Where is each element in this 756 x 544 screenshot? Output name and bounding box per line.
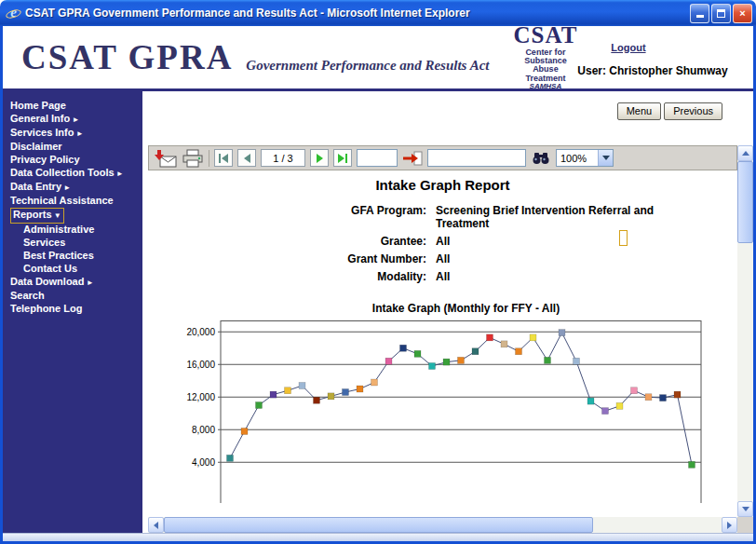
scroll-right-button[interactable] (722, 517, 737, 533)
find-text-input[interactable] (427, 149, 526, 167)
minimize-icon (696, 10, 704, 18)
brand-title: CSAT GPRA (21, 37, 233, 77)
sidebar-item-label[interactable]: Data Collection Tools (10, 167, 115, 178)
sidebar-item-data-collection-tools[interactable]: Data Collection Tools ► (10, 167, 142, 181)
sidebar-item-telephone-log[interactable]: Telephone Log (10, 303, 142, 316)
sidebar-item-label[interactable]: Disclaimer (10, 141, 62, 152)
menu-button[interactable]: Menu (617, 102, 662, 120)
scrollbar-corner (737, 517, 753, 533)
brand-subtitle: Government Performance and Results Act (246, 58, 489, 74)
sidebar-item-label[interactable]: Privacy Policy (10, 154, 80, 165)
toolbar-separator (209, 150, 209, 167)
goto-page-input[interactable] (357, 149, 398, 167)
svg-text:16,000: 16,000 (186, 360, 215, 370)
sidebar-item-label[interactable]: Reports (13, 209, 52, 220)
chevron-right-icon: ► (74, 129, 83, 138)
logout-link[interactable]: Logout (611, 42, 645, 53)
last-page-arrow-icon (338, 154, 344, 163)
user-label: User: Christopher Shumway (577, 64, 740, 77)
sidebar-item-best-practices[interactable]: Best Practices (10, 250, 142, 263)
export-icon (155, 149, 177, 168)
previous-button[interactable]: Previous (664, 102, 722, 120)
zoom-value: 100% (557, 153, 598, 164)
field-label: Modality: (148, 270, 426, 283)
scroll-up-button[interactable] (737, 145, 753, 161)
report-title: Intake Graph Report (148, 177, 737, 193)
sidebar-item-disclaimer[interactable]: Disclaimer (10, 141, 142, 154)
title-bar[interactable]: e CSAT GPRA Government Performance and R… (0, 0, 756, 26)
page-header: CSAT GPRA Government Performance and Res… (3, 26, 753, 91)
previous-page-button[interactable] (237, 149, 256, 167)
chevron-right-icon: ► (70, 116, 79, 124)
scroll-down-button[interactable] (737, 501, 753, 517)
svg-text:8,000: 8,000 (192, 425, 215, 435)
sidebar-item-search[interactable]: Search (10, 290, 142, 303)
sidebar-item-label[interactable]: Data Entry (10, 181, 61, 192)
export-button[interactable] (155, 148, 177, 168)
field-value: All (436, 252, 687, 265)
sidebar-item-label[interactable]: General Info (10, 113, 70, 124)
field-label: GFA Program: (148, 204, 426, 230)
chevron-right-icon: ► (84, 279, 93, 287)
horizontal-scroll-thumb[interactable] (164, 517, 593, 533)
sidebar-item-contact-us[interactable]: Contact Us (10, 263, 142, 276)
sidebar-item-privacy-policy[interactable]: Privacy Policy (10, 154, 142, 167)
sidebar-item-services-info[interactable]: Services Info ► (10, 127, 142, 141)
vertical-scroll-thumb[interactable] (737, 161, 753, 243)
vertical-scrollbar[interactable] (737, 145, 753, 517)
field-value: All (436, 235, 687, 248)
binoculars-icon (531, 151, 551, 166)
sidebar-item-label[interactable]: Contact Us (23, 263, 77, 274)
horizontal-scroll-track[interactable] (164, 517, 722, 533)
sidebar-item-label[interactable]: Telephone Log (10, 303, 82, 314)
sidebar-item-services[interactable]: Services (10, 237, 142, 250)
svg-text:12,000: 12,000 (186, 392, 215, 402)
next-page-icon (317, 154, 323, 163)
sidebar-item-label[interactable]: Services (23, 237, 65, 248)
goto-icon (402, 151, 423, 166)
last-page-icon (345, 154, 347, 163)
goto-page-button[interactable] (402, 148, 423, 168)
last-page-button[interactable] (333, 149, 352, 167)
sidebar-item-label[interactable]: Best Practices (23, 250, 94, 261)
sidebar-item-label[interactable]: Data Download (10, 276, 84, 287)
next-page-button[interactable] (310, 149, 329, 167)
chart-title: Intake Graph (Monthly for FFY - All) (221, 302, 711, 315)
sidebar-item-reports[interactable]: Reports ▼ (10, 208, 142, 224)
user-block: Logout User: Christopher Shumway (577, 38, 740, 77)
sidebar-item-home-page[interactable]: Home Page (10, 100, 142, 113)
close-button[interactable]: × (733, 4, 752, 23)
vertical-scroll-track[interactable] (737, 161, 753, 501)
zoom-select[interactable]: 100% (556, 149, 614, 167)
scroll-left-button[interactable] (148, 517, 164, 533)
sidebar-item-general-info[interactable]: General Info ► (10, 113, 142, 127)
horizontal-scrollbar[interactable] (148, 517, 737, 533)
sidebar-item-label[interactable]: Administrative (23, 224, 94, 235)
minimize-button[interactable] (690, 4, 709, 23)
sidebar-item-label[interactable]: Technical Assistance (10, 195, 114, 206)
window-title: CSAT GPRA Government Performance and Res… (25, 7, 688, 20)
first-page-icon (219, 154, 221, 163)
maximize-button[interactable] (711, 4, 731, 23)
first-page-button[interactable] (214, 149, 233, 167)
horizontal-scrollbar-row (148, 517, 753, 533)
sidebar-item-label[interactable]: Search (10, 290, 45, 301)
sidebar-item-administrative[interactable]: Administrative (10, 224, 142, 237)
print-button[interactable] (182, 148, 204, 168)
find-button[interactable] (531, 148, 551, 168)
csat-logo-title: CSAT (513, 23, 577, 48)
chevron-down-icon: ▼ (52, 211, 61, 220)
sidebar-item-data-entry[interactable]: Data Entry ► (10, 181, 142, 195)
field-value: All (436, 270, 687, 283)
svg-text:20,000: 20,000 (186, 327, 215, 337)
sidebar-nav: Home PageGeneral Info ►Services Info ►Di… (3, 91, 142, 533)
content-area: Menu Previous (142, 91, 753, 533)
sidebar-item-label[interactable]: Home Page (10, 100, 66, 111)
sidebar-item-data-download[interactable]: Data Download ► (10, 276, 142, 290)
sidebar-item-label[interactable]: Services Info (10, 127, 74, 138)
chevron-right-icon: ► (61, 184, 71, 192)
sidebar-item-technical-assistance[interactable]: Technical Assistance (10, 195, 142, 208)
report-viewer: 1 / 3 (148, 145, 737, 517)
zoom-dropdown-icon[interactable] (598, 150, 613, 166)
first-page-arrow-icon (222, 154, 228, 163)
